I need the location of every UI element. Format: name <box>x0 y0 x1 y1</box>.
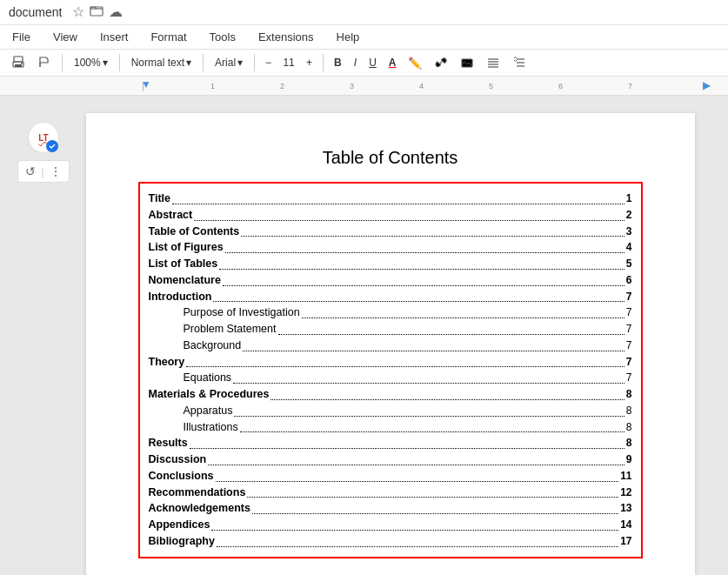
toc-entry-label: Equations <box>184 370 232 386</box>
svg-rect-1 <box>14 57 23 62</box>
toc-entry-page: 1 <box>626 191 632 206</box>
underline-button[interactable]: U <box>364 54 381 71</box>
toc-entry: Introduction7 <box>149 289 632 305</box>
toc-entry-label: Purpose of Investigation <box>184 304 300 321</box>
toc-entry: List of Tables5 <box>149 256 632 272</box>
cloud-icon[interactable]: ☁ <box>109 3 123 21</box>
toc-entry-page: 7 <box>626 289 632 304</box>
toc-entry-label: Abstract <box>149 207 193 224</box>
toc-entry-page: 12 <box>620 485 631 500</box>
menu-file[interactable]: File <box>9 29 34 45</box>
toc-dots <box>223 285 624 286</box>
toc-dots <box>217 546 618 547</box>
toolbar: 100% ▾ Normal text ▾ Arial ▾ − + B I U A… <box>0 50 728 77</box>
toc-entry: Illustrations8 <box>149 419 632 436</box>
font-size-increase[interactable]: + <box>302 54 317 71</box>
toc-entry: Materials & Procedures8 <box>149 386 632 403</box>
toc-entry: Background7 <box>149 338 632 354</box>
toc-dots <box>216 481 619 482</box>
document-page: Table of Contents Title1Abstract2Table o… <box>86 113 695 575</box>
ruler-mark-2: 2 <box>280 82 284 90</box>
font-size-decrease[interactable]: − <box>261 54 276 71</box>
print-button[interactable] <box>7 53 30 72</box>
toc-dots <box>219 269 624 270</box>
link-button[interactable] <box>430 53 452 72</box>
ruler-mark-6: 6 <box>558 82 563 90</box>
folder-icon[interactable] <box>90 3 104 21</box>
paint-format-button[interactable] <box>33 53 56 72</box>
title-bar: document ☆ ☁ <box>0 0 728 25</box>
separator-3 <box>203 54 204 71</box>
font-value: Arial <box>215 57 236 69</box>
star-icon[interactable]: ☆ <box>72 3 84 21</box>
style-chevron: ▾ <box>186 57 191 69</box>
toc-entry-label: Results <box>149 435 188 451</box>
toc-entry-page: 8 <box>626 386 632 402</box>
toc-dots <box>278 334 624 335</box>
ruler-mark-4: 4 <box>419 82 424 90</box>
menu-extensions[interactable]: Extensions <box>255 29 317 45</box>
bold-button[interactable]: B <box>330 54 346 71</box>
toc-dots <box>234 416 624 417</box>
highlight-button[interactable]: ✏️ <box>404 54 426 72</box>
style-value: Normal text <box>131 57 184 69</box>
ruler-mark-5: 5 <box>489 82 493 90</box>
menu-format[interactable]: Format <box>147 29 190 45</box>
refresh-button[interactable]: ↺ <box>23 163 37 180</box>
align-button[interactable] <box>482 53 504 72</box>
menu-tools[interactable]: Tools <box>206 29 239 45</box>
toc-entry-page: 7 <box>626 370 632 385</box>
style-dropdown[interactable]: Normal text ▾ <box>126 54 197 71</box>
separator-4 <box>254 54 255 71</box>
toc-entry: Problem Statement7 <box>149 321 632 338</box>
toc-entry-page: 3 <box>626 224 632 239</box>
toc-dots <box>240 431 624 432</box>
toc-entry: Theory7 <box>149 354 632 371</box>
toc-entry-label: Bibliography <box>149 533 215 550</box>
menu-help[interactable]: Help <box>333 29 364 45</box>
font-size-input[interactable] <box>277 57 301 69</box>
page-title: Table of Contents <box>138 148 643 168</box>
zoom-value: 100% <box>74 57 101 69</box>
ruler: ▼ │ 1 2 3 4 5 6 7 ▶ <box>0 77 728 96</box>
toc-entry-label: Illustrations <box>184 419 238 436</box>
toc-dots <box>225 252 624 253</box>
toc-dots <box>241 236 624 237</box>
menu-insert[interactable]: Insert <box>97 29 132 45</box>
toc-entry-page: 5 <box>626 256 632 271</box>
toc-entry: Equations7 <box>149 370 632 386</box>
mini-separator: | <box>41 165 43 178</box>
title-bar-icons: ☆ ☁ <box>72 3 123 21</box>
lt-badge <box>46 140 58 152</box>
separator-2 <box>119 54 120 71</box>
toc-entry-page: 11 <box>620 468 631 484</box>
zoom-dropdown[interactable]: 100% ▾ <box>69 54 113 71</box>
insert-image-button[interactable] <box>456 53 478 72</box>
text-color-button[interactable]: A <box>384 54 401 71</box>
toc-entry: Abstract2 <box>149 207 632 224</box>
menu-view[interactable]: View <box>50 29 81 45</box>
font-dropdown[interactable]: Arial ▾ <box>210 54 248 71</box>
toc-entry-page: 8 <box>626 419 632 435</box>
toc-entry-label: Appendices <box>149 517 210 533</box>
toc-entry-label: List of Tables <box>149 256 218 272</box>
toc-entry-page: 13 <box>620 500 631 516</box>
toc-entry: Apparatus8 <box>149 403 632 419</box>
toc-entry: Nomenclature6 <box>149 272 632 289</box>
toc-entry-page: 14 <box>620 517 631 532</box>
toc-dots <box>302 318 624 318</box>
toc-entry-label: Conclusions <box>149 468 214 485</box>
ruler-mark-3: 3 <box>350 82 354 90</box>
toc-entry-label: Materials & Procedures <box>149 386 270 403</box>
line-spacing-button[interactable] <box>508 53 531 72</box>
toc-entry-page: 17 <box>620 533 631 549</box>
more-options-button[interactable]: ⋮ <box>48 163 63 180</box>
toc-dots <box>194 220 624 221</box>
lt-button[interactable]: LT <box>28 122 59 153</box>
toc-entry-label: Problem Statement <box>184 321 277 338</box>
toc-entry-page: 7 <box>626 338 632 353</box>
toc-entry-label: Table of Contents <box>149 224 240 240</box>
toc-dots <box>270 399 624 400</box>
ruler-right-marker: ▶ <box>703 79 711 91</box>
italic-button[interactable]: I <box>350 54 361 71</box>
